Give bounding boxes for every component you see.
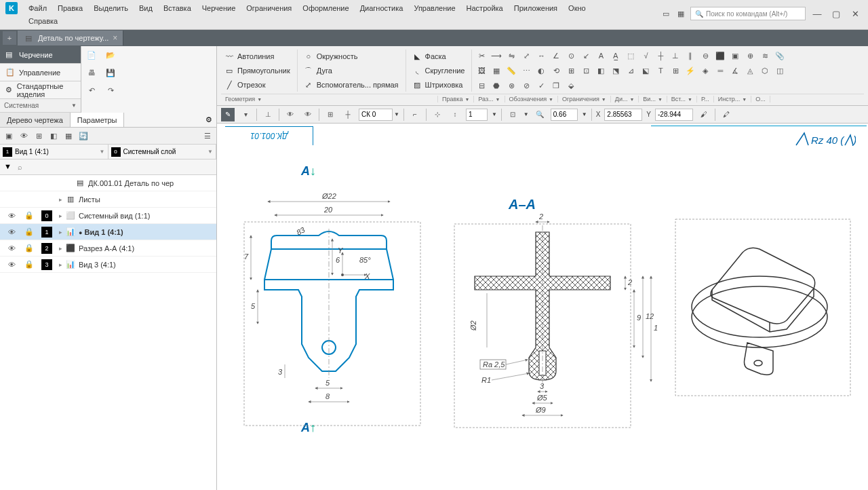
rg-tools[interactable]: Инстр... bbox=[718, 96, 741, 102]
ctx-dd[interactable]: ▾ bbox=[239, 108, 252, 121]
undo-icon[interactable]: ↶ bbox=[85, 84, 98, 96]
menu-apps[interactable]: Приложения bbox=[509, 2, 563, 14]
lock-icon[interactable]: 🔒 bbox=[20, 244, 38, 252]
minimize-button[interactable]: — bbox=[810, 7, 825, 20]
document-tab[interactable]: ▤ Деталь по чертежу... × bbox=[18, 31, 123, 45]
lock-icon[interactable]: 🔒 bbox=[20, 227, 38, 236]
tool-row2-18[interactable]: ⬣ bbox=[490, 79, 503, 92]
cmd-hatch[interactable]: ▨Штриховка bbox=[409, 78, 468, 92]
tree-btn-5[interactable]: ▦ bbox=[62, 130, 75, 142]
tool-perpend[interactable]: ⊥ bbox=[669, 49, 682, 62]
tool-row2-22[interactable]: ❐ bbox=[549, 79, 563, 92]
tool-row2-7[interactable]: ⬕ bbox=[639, 64, 652, 77]
cmd-fillet[interactable]: ◟Скругление bbox=[409, 64, 468, 77]
rg-insert[interactable]: Вст... bbox=[671, 96, 686, 102]
tool-dim-linear[interactable]: ↔ bbox=[534, 49, 548, 62]
new-file-icon[interactable]: 📄 bbox=[85, 49, 98, 61]
ctx-step-icon[interactable]: ↕ bbox=[448, 108, 462, 121]
ctx-x-input[interactable] bbox=[604, 109, 642, 121]
tool-row2-17[interactable]: ⊟ bbox=[475, 79, 488, 92]
cmd-helper[interactable]: ⤢Вспомогатель... прямая bbox=[300, 78, 401, 92]
expand-icon[interactable]: ▸ bbox=[56, 261, 65, 268]
tool-more1[interactable]: ⋯ bbox=[519, 64, 533, 77]
tree-btn-4[interactable]: ◧ bbox=[47, 130, 60, 142]
cmd-arc[interactable]: ⌒Дуга bbox=[300, 64, 401, 77]
tool-mirror[interactable]: ⇋ bbox=[505, 49, 518, 62]
tool-row2-21[interactable]: ✓ bbox=[534, 79, 548, 92]
tree-btn-2[interactable]: 👁 bbox=[18, 130, 30, 142]
ctx-pencil[interactable]: ✎ bbox=[221, 108, 235, 121]
side-tab-standard[interactable]: ⚙ Стандартные изделия bbox=[0, 81, 81, 99]
tool-dim-radius[interactable]: ⊙ bbox=[564, 49, 578, 62]
eye-icon[interactable]: 👁 bbox=[3, 228, 20, 236]
ctx-zoomfit[interactable]: ⊡ bbox=[506, 108, 519, 121]
rg-r[interactable]: Р... bbox=[701, 96, 709, 102]
rg-dims[interactable]: Раз... bbox=[478, 96, 493, 102]
tree-btn-3[interactable]: ⊞ bbox=[33, 130, 45, 142]
ctx-snap[interactable]: ⊹ bbox=[431, 108, 444, 121]
tree-menu-icon[interactable]: ☰ bbox=[201, 130, 214, 142]
open-file-icon[interactable]: 📂 bbox=[104, 49, 117, 61]
tool-insert2[interactable]: 🖼 bbox=[475, 64, 488, 77]
tool-row2-13[interactable]: ∡ bbox=[728, 64, 742, 77]
eye-icon[interactable]: 👁 bbox=[3, 244, 20, 252]
ctx-ortho[interactable]: ⌐ bbox=[408, 108, 422, 121]
tool-measure[interactable]: 📏 bbox=[505, 64, 518, 77]
side-tab-drawing[interactable]: ▤ Черчение bbox=[0, 46, 81, 64]
tool-row2-16[interactable]: ◫ bbox=[773, 64, 787, 77]
expand-icon[interactable]: ▸ bbox=[56, 196, 65, 203]
rg-edit[interactable]: Правка bbox=[442, 96, 462, 102]
tool-view[interactable]: ▣ bbox=[728, 49, 742, 62]
new-tab-button[interactable]: + bbox=[3, 31, 16, 45]
tool-row2-15[interactable]: ⬡ bbox=[758, 64, 772, 77]
tree-btn-rebuild[interactable]: 🔄 bbox=[77, 130, 90, 142]
menu-edit[interactable]: Правка bbox=[52, 2, 88, 14]
tree-filter-input[interactable] bbox=[18, 163, 212, 171]
ctx-zoom-icon[interactable]: 🔍 bbox=[533, 108, 547, 121]
view-selector[interactable]: 1 Вид 1 (4:1) ▼ bbox=[0, 145, 108, 159]
rg-geometry[interactable]: Геометрия bbox=[225, 96, 255, 102]
cmd-autoline[interactable]: 〰Автолиния bbox=[221, 50, 293, 63]
expand-icon[interactable]: ▸ bbox=[56, 245, 65, 252]
tool-row2-11[interactable]: ◈ bbox=[698, 64, 712, 77]
tree-tab-tree[interactable]: Дерево чертежа bbox=[0, 113, 71, 127]
tool-surface[interactable]: √ bbox=[639, 49, 652, 62]
tool-insert1[interactable]: 📎 bbox=[773, 49, 787, 62]
ctx-y-input[interactable] bbox=[655, 109, 693, 121]
tool-row2-20[interactable]: ⊘ bbox=[519, 79, 533, 92]
tool-table[interactable]: ▦ bbox=[490, 64, 503, 77]
filter-icon[interactable]: ▼ bbox=[4, 162, 14, 172]
tool-row2-1[interactable]: ⟲ bbox=[549, 64, 563, 77]
cmd-segment[interactable]: ╱Отрезок bbox=[221, 78, 293, 92]
menu-insert[interactable]: Вставка bbox=[158, 2, 197, 14]
tool-row2-19[interactable]: ⊗ bbox=[505, 79, 518, 92]
ctx-eye2[interactable]: 👁 bbox=[301, 108, 315, 121]
ctx-grid[interactable]: ⊞ bbox=[323, 108, 337, 121]
layout2-icon[interactable]: ▦ bbox=[675, 8, 686, 19]
tree-sheets[interactable]: ▸ ▥ Листы bbox=[0, 191, 216, 208]
cmd-rect[interactable]: ▭Прямоугольник bbox=[221, 64, 293, 77]
tool-row2-3[interactable]: ⊡ bbox=[579, 64, 593, 77]
drawing-canvas[interactable]: ДК.001.01 А↓ А↑ А–А Rz 40 () bbox=[217, 124, 868, 490]
save-icon[interactable]: 💾 bbox=[104, 67, 117, 79]
expand-icon[interactable]: ▸ bbox=[56, 212, 65, 219]
layer-selector[interactable]: 0 Системный слой ▼ bbox=[108, 145, 217, 159]
tool-text2[interactable]: A̲ bbox=[609, 49, 623, 62]
tab-close-button[interactable]: × bbox=[113, 33, 117, 43]
tree-view1[interactable]: 👁 🔒 1 ▸ 📊 ● Вид 1 (4:1) bbox=[0, 224, 216, 240]
rg-views[interactable]: Ви... bbox=[643, 96, 656, 102]
tool-more2[interactable]: ◐ bbox=[534, 64, 548, 77]
menu-help[interactable]: Справка bbox=[23, 15, 63, 27]
tool-leader[interactable]: ↙ bbox=[579, 49, 593, 62]
chevron-down-icon[interactable]: ▼ bbox=[71, 102, 77, 109]
tool-row2-8[interactable]: T bbox=[654, 64, 667, 77]
tree-root[interactable]: ▤ ДК.001.01 Деталь по чер bbox=[0, 175, 216, 191]
tool-parallel[interactable]: ∥ bbox=[684, 49, 697, 62]
tree-section[interactable]: 👁 🔒 2 ▸ ⬛ Разрез А-А (4:1) bbox=[0, 240, 216, 257]
rg-o[interactable]: О... bbox=[755, 96, 766, 102]
menu-format[interactable]: Оформление bbox=[297, 2, 354, 14]
tool-row2-23[interactable]: ⬙ bbox=[564, 79, 578, 92]
expand-icon[interactable]: ▸ bbox=[56, 229, 65, 235]
tool-dim-angle[interactable]: ∠ bbox=[549, 49, 563, 62]
tool-row2-4[interactable]: ◧ bbox=[594, 64, 608, 77]
